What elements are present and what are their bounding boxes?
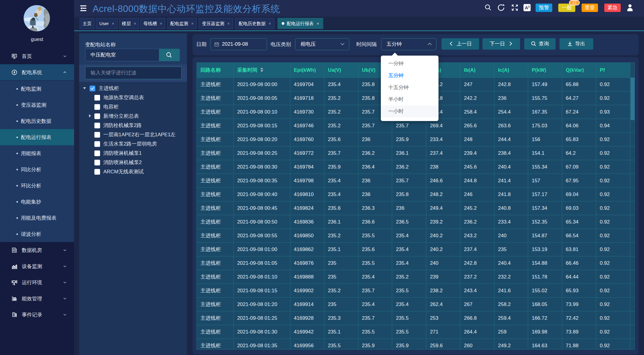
svg-text:文: 文 [528,5,530,8]
